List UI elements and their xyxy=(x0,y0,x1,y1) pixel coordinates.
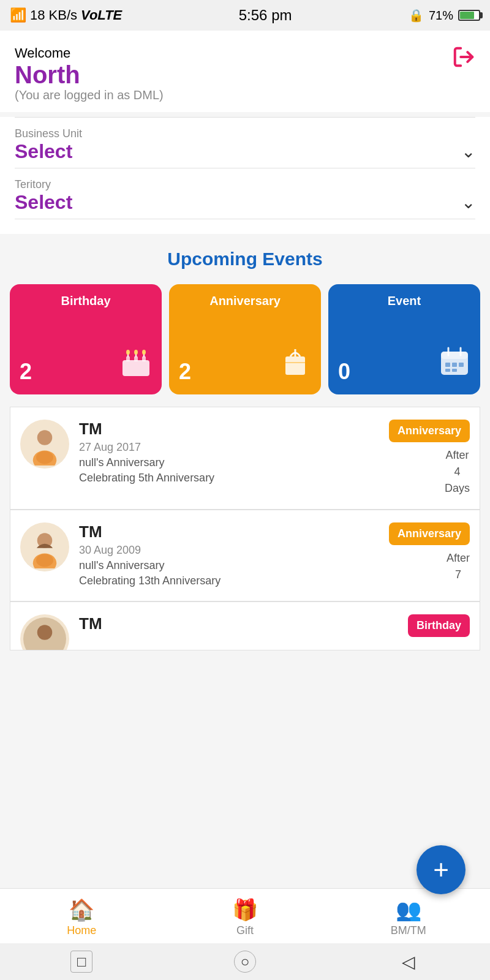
avatar xyxy=(20,522,69,571)
event-badge: Anniversary xyxy=(389,522,470,545)
svg-point-32 xyxy=(37,625,53,641)
event-badge-area: Anniversary After7 xyxy=(389,522,470,583)
event-cards: Birthday 2 Anniversary xyxy=(10,284,480,394)
avatar xyxy=(20,420,69,469)
birthday-card[interactable]: Birthday 2 xyxy=(10,284,162,394)
territory-selector[interactable]: Select ⌄ xyxy=(15,191,475,214)
selector-section: Business Unit Select ⌄ Teritory Select ⌄ xyxy=(0,117,490,234)
nav-bmtm-label: BM/TM xyxy=(391,924,426,937)
event-badge: Birthday xyxy=(408,614,470,637)
person-name: TM xyxy=(79,614,386,633)
svg-rect-22 xyxy=(452,369,457,372)
event-card-title: Event xyxy=(336,294,473,308)
event-badge: Anniversary xyxy=(389,420,470,442)
anniversary-card-icon xyxy=(176,343,314,385)
svg-rect-19 xyxy=(452,363,457,367)
event-count: 0 xyxy=(338,359,350,385)
signal-area: 📶 18 KB/s VoLTE xyxy=(10,7,122,23)
logout-button[interactable] xyxy=(452,45,475,74)
svg-point-26 xyxy=(36,451,53,464)
fab-plus-icon: + xyxy=(433,854,449,885)
nav-home[interactable]: 🏠 Home xyxy=(0,897,164,937)
business-unit-selector[interactable]: Select ⌄ xyxy=(15,140,475,163)
volte-text: VoLTE xyxy=(81,7,122,23)
event-date: 30 Aug 2009 xyxy=(79,544,379,557)
logged-in-text: (You are logged in as DML) xyxy=(15,88,164,102)
event-badge-area: Birthday xyxy=(396,614,470,637)
android-nav-bar: □ ○ ◁ xyxy=(0,943,490,980)
event-badge-area: Anniversary After4Days xyxy=(389,420,470,497)
android-home-btn[interactable]: ○ xyxy=(234,951,256,973)
event-timing: After7 xyxy=(447,550,470,583)
nav-home-label: Home xyxy=(67,924,96,937)
bmtm-icon: 👥 xyxy=(396,897,421,922)
android-back-btn[interactable]: ◁ xyxy=(398,951,420,973)
event-date: 27 Aug 2017 xyxy=(79,441,379,454)
battery-fill xyxy=(460,12,474,19)
anniversary-card[interactable]: Anniversary 2 xyxy=(169,284,321,394)
birthday-count: 2 xyxy=(20,359,32,385)
gift-icon: 🎁 xyxy=(232,897,258,922)
nav-gift-label: Gift xyxy=(236,924,254,937)
event-desc1: null's Anniversary xyxy=(79,455,379,470)
event-item-partial[interactable]: TM Birthday xyxy=(10,601,480,650)
event-card-icon xyxy=(336,343,473,385)
home-icon: 🏠 xyxy=(69,897,94,922)
svg-rect-21 xyxy=(445,369,450,372)
time-display: 5:56 pm xyxy=(239,7,292,24)
events-title: Upcoming Events xyxy=(10,249,480,270)
speed-text: 18 KB/s xyxy=(30,7,77,23)
event-info: TM 27 Aug 2017 null's Anniversary Celebr… xyxy=(79,420,379,486)
nav-gift[interactable]: 🎁 Gift xyxy=(164,897,327,937)
event-item[interactable]: TM 30 Aug 2009 null's Anniversary Celebr… xyxy=(10,510,480,601)
avatar xyxy=(20,614,69,650)
svg-rect-11 xyxy=(285,356,305,375)
svg-rect-20 xyxy=(459,363,464,367)
battery-percent: 71% xyxy=(429,9,453,23)
svg-rect-18 xyxy=(445,363,450,367)
bottom-nav: 🏠 Home 🎁 Gift 👥 BM/TM xyxy=(0,888,490,943)
birthday-card-title: Birthday xyxy=(17,294,154,308)
signal-icon: 📶 xyxy=(10,7,26,23)
event-info: TM 30 Aug 2009 null's Anniversary Celebr… xyxy=(79,522,379,589)
person-name: TM xyxy=(79,420,379,439)
battery-area: 🔒 71% xyxy=(409,8,480,23)
event-list: TM 27 Aug 2017 null's Anniversary Celebr… xyxy=(10,407,480,650)
event-desc2: Celebrating 13th Anniversary xyxy=(79,573,379,589)
svg-point-30 xyxy=(36,554,53,567)
territory-label: Teritory xyxy=(15,178,475,191)
anniversary-card-title: Anniversary xyxy=(176,294,314,308)
business-unit-label: Business Unit xyxy=(15,127,475,140)
user-name: North xyxy=(15,61,80,88)
svg-point-10 xyxy=(142,350,146,355)
battery-bar xyxy=(458,10,480,21)
lock-icon: 🔒 xyxy=(409,8,424,23)
territory-chevron: ⌄ xyxy=(461,192,475,213)
svg-point-8 xyxy=(126,350,130,355)
event-timing: After4Days xyxy=(445,447,470,497)
fab-button[interactable]: + xyxy=(417,845,466,894)
nav-bmtm[interactable]: 👥 BM/TM xyxy=(326,897,490,937)
svg-point-9 xyxy=(134,350,138,355)
svg-point-24 xyxy=(37,430,53,445)
header-section: Welcome North (You are logged in as DML) xyxy=(0,31,490,112)
welcome-text: Welcome xyxy=(15,45,70,61)
svg-rect-1 xyxy=(123,360,149,376)
person-name: TM xyxy=(79,522,379,541)
event-info: TM xyxy=(79,614,386,636)
event-desc1: null's Anniversary xyxy=(79,558,379,573)
business-unit-value: Select xyxy=(15,140,72,163)
birthday-card-icon xyxy=(17,343,154,385)
event-card[interactable]: Event 0 xyxy=(328,284,480,394)
status-bar: 📶 18 KB/s VoLTE 5:56 pm 🔒 71% xyxy=(0,0,490,31)
anniversary-count: 2 xyxy=(179,359,191,385)
android-square-btn[interactable]: □ xyxy=(70,951,92,973)
event-item[interactable]: TM 27 Aug 2017 null's Anniversary Celebr… xyxy=(10,407,480,510)
event-desc2: Celebrating 5th Anniversary xyxy=(79,470,379,486)
events-section: Upcoming Events Birthday 2 xyxy=(0,234,490,660)
svg-rect-15 xyxy=(441,352,468,359)
territory-value: Select xyxy=(15,191,72,214)
business-unit-chevron: ⌄ xyxy=(461,141,475,162)
